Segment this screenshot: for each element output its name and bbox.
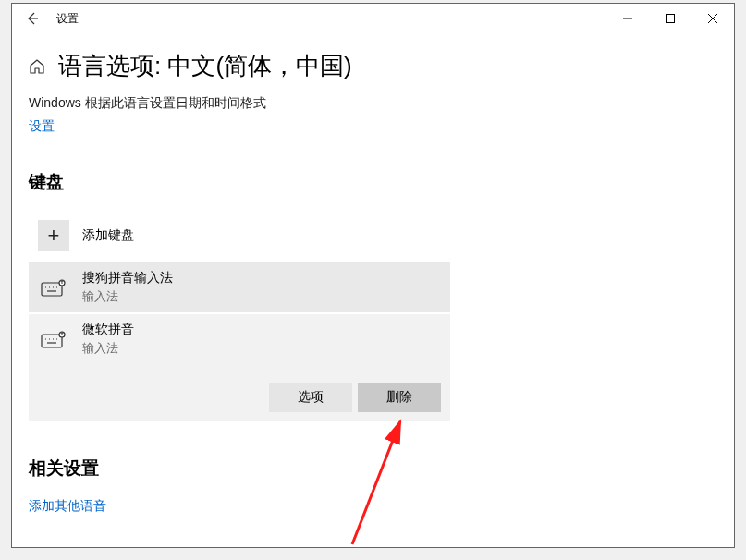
ime-name: 搜狗拼音输入法 [82,270,173,286]
window-title: 设置 [53,11,606,27]
format-info-text: Windows 根据此语言设置日期和时间格式 [29,95,712,112]
minimize-button[interactable] [606,4,649,33]
ime-name: 微软拼音 [82,322,134,338]
ime-item-microsoft-selected: 微软拼音 输入法 选项 删除 [29,314,450,421]
keyboard-icon [38,278,69,297]
settings-link[interactable]: 设置 [29,118,55,135]
maximize-button[interactable] [649,4,691,33]
back-button[interactable] [12,4,53,33]
minimize-icon [623,14,632,23]
titlebar: 设置 [12,4,734,33]
settings-window: 设置 语言选项: 中文(简体，中国) [11,3,735,548]
keyboard-icon [38,330,69,348]
keyboard-heading: 键盘 [29,170,712,194]
arrow-left-icon [25,11,40,26]
ime-text: 微软拼音 输入法 [82,322,134,357]
svg-rect-12 [42,335,62,347]
ime-item-sogou[interactable]: 搜狗拼音输入法 输入法 [29,262,450,312]
page-header: 语言选项: 中文(简体，中国) [29,50,712,82]
ime-text: 搜狗拼音输入法 输入法 [82,270,173,305]
page-title: 语言选项: 中文(简体，中国) [58,50,352,82]
ime-item-microsoft[interactable]: 微软拼音 输入法 [29,314,450,364]
delete-button[interactable]: 删除 [358,383,441,412]
plus-icon: + [38,220,69,251]
ime-subtext: 输入法 [82,288,173,305]
keyboard-list: + 添加键盘 搜狗拼音输入法 [29,211,450,421]
content-area: 语言选项: 中文(简体，中国) Windows 根据此语言设置日期和时间格式 设… [12,33,734,515]
home-icon[interactable] [29,58,45,75]
close-button[interactable] [691,4,734,33]
add-keyboard-button[interactable]: + 添加键盘 [29,211,450,261]
ime-subtext: 输入法 [82,340,134,357]
add-keyboard-label: 添加键盘 [82,227,134,244]
close-icon [708,14,717,23]
maximize-icon [666,14,675,23]
svg-rect-5 [42,283,62,296]
add-other-voice-link[interactable]: 添加其他语音 [29,498,106,515]
svg-rect-2 [667,15,675,23]
related-heading: 相关设置 [29,457,712,481]
options-button[interactable]: 选项 [269,383,352,412]
ime-actions: 选项 删除 [29,383,450,421]
window-controls [606,4,734,33]
